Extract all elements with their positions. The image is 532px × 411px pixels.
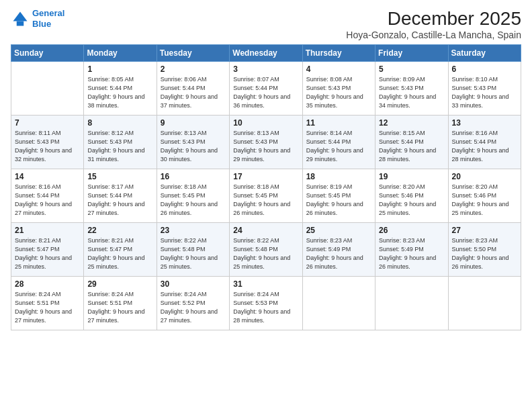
calendar-cell: 22Sunrise: 8:21 AMSunset: 5:47 PMDayligh… (84, 223, 157, 277)
day-info: Sunrise: 8:22 AMSunset: 5:48 PMDaylight:… (161, 236, 226, 271)
day-info: Sunrise: 8:17 AMSunset: 5:44 PMDaylight:… (87, 183, 152, 218)
calendar-cell: 9Sunrise: 8:13 AMSunset: 5:43 PMDaylight… (157, 116, 229, 169)
calendar-cell: 10Sunrise: 8:13 AMSunset: 5:43 PMDayligh… (230, 116, 302, 169)
day-number: 27 (452, 226, 517, 235)
calendar-cell (375, 277, 448, 330)
calendar-cell: 18Sunrise: 8:19 AMSunset: 5:45 PMDayligh… (302, 169, 375, 223)
day-info: Sunrise: 8:24 AMSunset: 5:52 PMDaylight:… (161, 290, 226, 325)
logo: General Blue (11, 8, 64, 29)
day-number: 4 (306, 64, 371, 74)
day-info: Sunrise: 8:06 AMSunset: 5:44 PMDaylight:… (161, 75, 226, 110)
day-number: 8 (87, 118, 152, 128)
day-info: Sunrise: 8:21 AMSunset: 5:47 PMDaylight:… (87, 236, 152, 271)
logo-line1: General (32, 8, 64, 18)
title-area: December 2025 Hoya-Gonzalo, Castille-La … (346, 8, 521, 40)
logo-icon (11, 9, 30, 28)
location-subtitle: Hoya-Gonzalo, Castille-La Mancha, Spain (346, 30, 521, 40)
calendar-cell: 16Sunrise: 8:18 AMSunset: 5:45 PMDayligh… (157, 169, 229, 223)
day-info: Sunrise: 8:24 AMSunset: 5:51 PMDaylight:… (87, 290, 152, 325)
calendar-cell: 19Sunrise: 8:20 AMSunset: 5:46 PMDayligh… (375, 169, 448, 223)
day-number: 26 (379, 226, 444, 235)
calendar-cell: 26Sunrise: 8:23 AMSunset: 5:49 PMDayligh… (375, 223, 448, 277)
week-row-1: 7Sunrise: 8:11 AMSunset: 5:43 PMDaylight… (11, 116, 521, 169)
day-number: 31 (233, 279, 298, 289)
day-info: Sunrise: 8:18 AMSunset: 5:45 PMDaylight:… (161, 183, 226, 218)
day-info: Sunrise: 8:08 AMSunset: 5:43 PMDaylight:… (306, 75, 371, 110)
calendar-cell: 2Sunrise: 8:06 AMSunset: 5:44 PMDaylight… (157, 62, 229, 116)
day-info: Sunrise: 8:10 AMSunset: 5:43 PMDaylight:… (452, 75, 517, 110)
day-info: Sunrise: 8:14 AMSunset: 5:44 PMDaylight:… (306, 129, 371, 164)
calendar-cell: 17Sunrise: 8:18 AMSunset: 5:45 PMDayligh… (230, 169, 302, 223)
day-number: 18 (306, 172, 371, 181)
day-number: 3 (233, 64, 298, 74)
day-info: Sunrise: 8:21 AMSunset: 5:47 PMDaylight:… (15, 236, 80, 271)
calendar-cell: 13Sunrise: 8:16 AMSunset: 5:44 PMDayligh… (448, 116, 521, 169)
calendar-cell: 11Sunrise: 8:14 AMSunset: 5:44 PMDayligh… (302, 116, 375, 169)
day-number: 22 (87, 226, 152, 235)
week-row-0: 1Sunrise: 8:05 AMSunset: 5:44 PMDaylight… (11, 62, 521, 116)
svg-marker-0 (13, 11, 28, 21)
day-info: Sunrise: 8:15 AMSunset: 5:44 PMDaylight:… (379, 129, 444, 164)
day-info: Sunrise: 8:18 AMSunset: 5:45 PMDaylight:… (233, 183, 298, 218)
day-info: Sunrise: 8:24 AMSunset: 5:51 PMDaylight:… (15, 290, 80, 325)
day-number: 28 (15, 279, 80, 289)
day-number: 24 (233, 226, 298, 235)
day-number: 17 (233, 172, 298, 181)
header: General Blue December 2025 Hoya-Gonzalo,… (11, 8, 521, 40)
day-info: Sunrise: 8:07 AMSunset: 5:44 PMDaylight:… (233, 75, 298, 110)
calendar-cell: 6Sunrise: 8:10 AMSunset: 5:43 PMDaylight… (448, 62, 521, 116)
day-info: Sunrise: 8:16 AMSunset: 5:44 PMDaylight:… (452, 129, 517, 164)
month-title: December 2025 (346, 8, 521, 30)
calendar-cell: 8Sunrise: 8:12 AMSunset: 5:43 PMDaylight… (84, 116, 157, 169)
day-info: Sunrise: 8:09 AMSunset: 5:43 PMDaylight:… (379, 75, 444, 110)
calendar-cell: 25Sunrise: 8:23 AMSunset: 5:49 PMDayligh… (302, 223, 375, 277)
day-number: 12 (379, 118, 444, 128)
calendar-cell: 7Sunrise: 8:11 AMSunset: 5:43 PMDaylight… (11, 116, 84, 169)
day-info: Sunrise: 8:19 AMSunset: 5:45 PMDaylight:… (306, 183, 371, 218)
header-tuesday: Tuesday (157, 45, 229, 62)
day-info: Sunrise: 8:20 AMSunset: 5:46 PMDaylight:… (452, 183, 517, 218)
day-info: Sunrise: 8:12 AMSunset: 5:43 PMDaylight:… (87, 129, 152, 164)
calendar-cell (448, 277, 521, 330)
day-number: 20 (452, 172, 517, 181)
day-number: 21 (15, 226, 80, 235)
logo-text: General Blue (32, 8, 64, 29)
calendar-cell: 28Sunrise: 8:24 AMSunset: 5:51 PMDayligh… (11, 277, 84, 330)
calendar-cell: 1Sunrise: 8:05 AMSunset: 5:44 PMDaylight… (84, 62, 157, 116)
calendar-table: Sunday Monday Tuesday Wednesday Thursday… (11, 44, 521, 330)
day-number: 6 (452, 64, 517, 74)
calendar-cell: 5Sunrise: 8:09 AMSunset: 5:43 PMDaylight… (375, 62, 448, 116)
calendar-cell: 4Sunrise: 8:08 AMSunset: 5:43 PMDaylight… (302, 62, 375, 116)
calendar-cell: 30Sunrise: 8:24 AMSunset: 5:52 PMDayligh… (157, 277, 229, 330)
day-number: 15 (87, 172, 152, 181)
header-sunday: Sunday (11, 45, 84, 62)
calendar-cell: 21Sunrise: 8:21 AMSunset: 5:47 PMDayligh… (11, 223, 84, 277)
day-number: 19 (379, 172, 444, 181)
day-number: 25 (306, 226, 371, 235)
calendar-cell: 27Sunrise: 8:23 AMSunset: 5:50 PMDayligh… (448, 223, 521, 277)
day-info: Sunrise: 8:11 AMSunset: 5:43 PMDaylight:… (15, 129, 80, 164)
calendar-header: Sunday Monday Tuesday Wednesday Thursday… (11, 45, 521, 62)
day-info: Sunrise: 8:23 AMSunset: 5:49 PMDaylight:… (306, 236, 371, 271)
day-info: Sunrise: 8:13 AMSunset: 5:43 PMDaylight:… (161, 129, 226, 164)
header-saturday: Saturday (448, 45, 521, 62)
calendar-cell: 14Sunrise: 8:16 AMSunset: 5:44 PMDayligh… (11, 169, 84, 223)
calendar-cell: 15Sunrise: 8:17 AMSunset: 5:44 PMDayligh… (84, 169, 157, 223)
day-number: 14 (15, 172, 80, 181)
calendar-cell: 31Sunrise: 8:24 AMSunset: 5:53 PMDayligh… (230, 277, 302, 330)
day-number: 11 (306, 118, 371, 128)
day-info: Sunrise: 8:13 AMSunset: 5:43 PMDaylight:… (233, 129, 298, 164)
day-info: Sunrise: 8:16 AMSunset: 5:44 PMDaylight:… (15, 183, 80, 218)
calendar-cell: 24Sunrise: 8:22 AMSunset: 5:48 PMDayligh… (230, 223, 302, 277)
calendar-cell: 20Sunrise: 8:20 AMSunset: 5:46 PMDayligh… (448, 169, 521, 223)
week-row-3: 21Sunrise: 8:21 AMSunset: 5:47 PMDayligh… (11, 223, 521, 277)
calendar-cell (11, 62, 84, 116)
header-wednesday: Wednesday (230, 45, 302, 62)
day-number: 5 (379, 64, 444, 74)
day-info: Sunrise: 8:20 AMSunset: 5:46 PMDaylight:… (379, 183, 444, 218)
week-row-2: 14Sunrise: 8:16 AMSunset: 5:44 PMDayligh… (11, 169, 521, 223)
day-info: Sunrise: 8:23 AMSunset: 5:49 PMDaylight:… (379, 236, 444, 271)
day-number: 1 (87, 64, 152, 74)
weekday-row: Sunday Monday Tuesday Wednesday Thursday… (11, 45, 521, 62)
day-info: Sunrise: 8:05 AMSunset: 5:44 PMDaylight:… (87, 75, 152, 110)
